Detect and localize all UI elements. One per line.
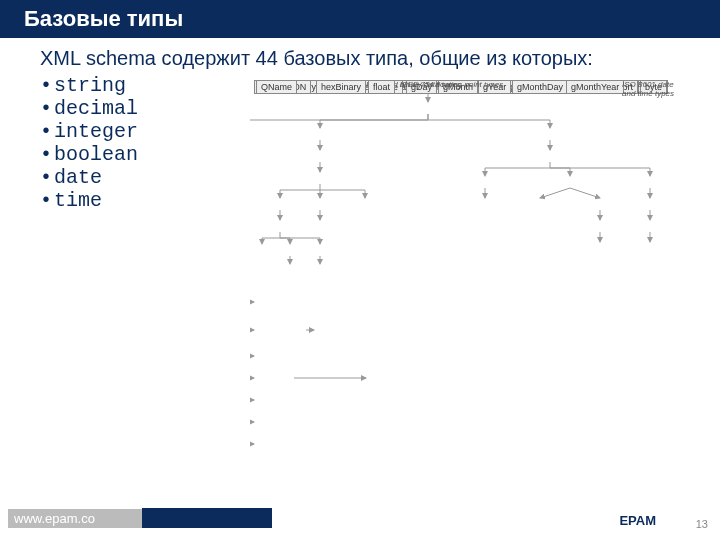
- footer-brand: EPAM: [619, 513, 656, 528]
- node-gmonthyear: gMonthYear: [566, 80, 624, 94]
- float-note: IEEE 754 floating-point types: [400, 80, 503, 89]
- slide-header: Базовые типы: [0, 0, 720, 38]
- node-hexbinary: hexBinary: [316, 80, 366, 94]
- page-number: 13: [696, 518, 708, 530]
- dates-note: ISO 8601 date and time types: [622, 80, 682, 98]
- node-gmonthday: gMonthDay: [512, 80, 568, 94]
- node-qname: QName: [256, 80, 297, 94]
- footer-accent: [142, 508, 272, 528]
- intro-text: XML schema содержит 44 базовых типа, общ…: [40, 46, 680, 70]
- footer: www.epam.co EPAM 13: [0, 508, 720, 528]
- node-float: float: [368, 80, 395, 94]
- type-hierarchy-diagram: anyType anySimpleType string normalizedS…: [250, 80, 690, 480]
- slide-title: Базовые типы: [24, 6, 183, 31]
- footer-url: www.epam.co: [8, 509, 142, 528]
